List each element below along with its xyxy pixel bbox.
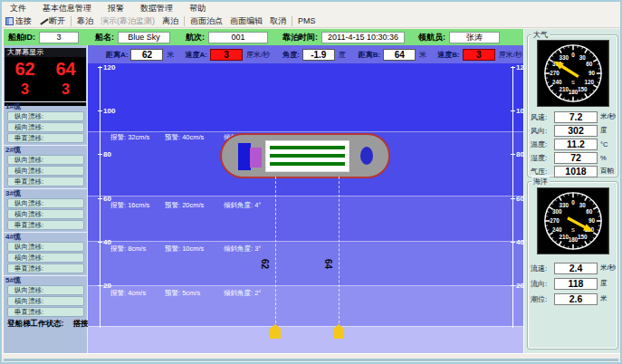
disconnect-icon — [39, 17, 47, 25]
cable-section-2: 2#缆 纵向漂移: 横向漂移: 垂直漂移: — [4, 145, 88, 188]
menu-item-help[interactable]: 帮助 — [181, 3, 214, 14]
humidity-value: 72 — [554, 152, 598, 164]
cable-section-title: 1#缆 — [4, 101, 88, 110]
wind-direction-row: 风向: 302 度 — [531, 124, 617, 137]
y-tick-right: 40 — [512, 238, 523, 246]
y-tick-left: 60 — [100, 195, 111, 203]
speed-b-field[interactable]: 3 — [463, 49, 495, 61]
y-tick-left: 40 — [100, 238, 111, 246]
berth-point-button[interactable]: 画面泊点 — [187, 15, 226, 27]
speed-a-field[interactable]: 3 — [210, 49, 243, 61]
svg-text:30: 30 — [579, 54, 587, 61]
alarm-threshold: 报警: 8cm/s — [110, 244, 146, 254]
distance-b-field[interactable]: 64 — [383, 49, 416, 61]
svg-text:180: 180 — [569, 89, 579, 95]
wind-speed-unit: 米/秒 — [600, 112, 616, 121]
y-tick-left: 120 — [100, 63, 115, 72]
pilot-field[interactable]: 张涛 — [449, 32, 500, 43]
pms-button[interactable]: PMS — [294, 15, 320, 27]
speed-b-unit: 厘米/秒 — [499, 50, 522, 60]
angle-label: 角度: — [282, 50, 300, 60]
svg-text:90: 90 — [589, 217, 596, 224]
current-direction-value: 118 — [554, 278, 598, 290]
current-direction-gauge: 0306090120150180210240270300330S — [537, 187, 609, 254]
berth-time-field[interactable]: 2011-4-15 10:30:36 — [321, 32, 405, 43]
vertical-drift-row: 垂直漂移: — [7, 177, 84, 187]
chart-band — [88, 285, 523, 326]
wind-direction-unit: 度 — [600, 126, 608, 135]
menu-item-basic-info[interactable]: 基本信息管理 — [34, 3, 100, 14]
voyage-field[interactable]: 001 — [208, 32, 268, 43]
toolbar: 连接 断开 靠泊 演示(靠泊监测) 离泊 画面泊点 画面编辑 取消 PMS — [2, 14, 620, 28]
svg-text:60: 60 — [586, 208, 593, 215]
cable-section-title: 2#缆 — [4, 145, 88, 154]
screen-edit-button[interactable]: 画面编辑 — [226, 15, 266, 27]
speed-a-unit: 厘米/秒 — [246, 50, 270, 60]
svg-text:30: 30 — [579, 202, 587, 208]
svg-text:90: 90 — [589, 70, 596, 76]
ship-deck — [265, 140, 349, 172]
cancel-button[interactable]: 取消 — [266, 15, 290, 27]
distance-line-b — [339, 177, 340, 328]
distance-a-field[interactable]: 62 — [130, 49, 163, 61]
deck-stripe — [270, 146, 345, 149]
measurement-strip: 距离A: 62 米 速度A: 3 厘米/秒 角度: -1.9 度 距离B: 64… — [88, 45, 523, 63]
svg-text:S: S — [571, 80, 575, 85]
alarm-threshold: 报警: 4cm/s — [110, 289, 146, 298]
current-speed-value: 2.4 — [554, 263, 598, 274]
angle-field[interactable]: -1.9 — [302, 49, 335, 61]
humidity-unit: % — [600, 154, 607, 162]
svg-text:330: 330 — [560, 202, 569, 208]
humidity-row: 湿度: 72 % — [531, 151, 617, 164]
demo-monitor-button[interactable]: 演示(靠泊监测) — [97, 15, 158, 27]
svg-text:0: 0 — [571, 199, 575, 206]
alarm-threshold: 报警: 16cm/s — [110, 201, 149, 210]
chart-band — [88, 196, 523, 241]
cable-section-1: 1#缆 纵向漂移: 横向漂移: 垂直漂移: — [4, 101, 88, 145]
svg-text:120: 120 — [584, 79, 594, 85]
ladder-status-value: 搭接 — [73, 319, 89, 328]
lateral-drift-row: 横向漂移: — [7, 209, 84, 219]
menu-item-file[interactable]: 文件 — [2, 3, 34, 14]
menu-item-alarm[interactable]: 报警 — [100, 3, 132, 14]
toolbar-separator — [292, 16, 292, 26]
cable-section-title: 3#缆 — [4, 188, 88, 197]
current-direction-unit: 度 — [600, 279, 608, 288]
disconnect-button[interactable]: 断开 — [35, 15, 69, 27]
unberth-button[interactable]: 离泊 — [158, 15, 182, 27]
ship-bow-ellipse — [360, 147, 373, 165]
wind-speed-label: 风速: — [531, 112, 554, 122]
warning-threshold: 预警: 20cm/s — [165, 201, 204, 210]
cable-section-5: 5#缆 纵向漂移: 横向漂移: 垂直漂移: — [4, 275, 88, 319]
tilt-threshold: 倾斜角度: 2° — [224, 289, 261, 298]
cable-section-title: 5#缆 — [4, 275, 88, 284]
ship-name-field[interactable]: Blue Sky — [118, 32, 170, 43]
svg-text:210: 210 — [560, 234, 569, 240]
longitudinal-drift-row: 纵向漂移: — [7, 285, 84, 295]
toolbar-separator — [71, 16, 72, 26]
ship-id-field[interactable]: 3 — [39, 32, 79, 43]
ladder-status-label: 登船梯工作状态: — [7, 319, 63, 328]
menu-item-data[interactable]: 数据管理 — [132, 3, 181, 14]
tide-level-row: 潮位: 2.6 米 — [531, 292, 617, 305]
pressure-row: 气压: 1018 百帕 — [531, 165, 617, 177]
wind-speed-value: 7.2 — [554, 111, 598, 123]
big-display-title: 大屏幕显示 — [5, 48, 86, 57]
svg-text:S: S — [571, 227, 575, 233]
warning-threshold: 预警: 5cm/s — [165, 289, 200, 298]
ship-stern-block — [238, 143, 251, 170]
y-tick-right: 100 — [512, 107, 523, 115]
lateral-drift-row: 横向漂移: — [7, 166, 84, 176]
berth-button[interactable]: 靠泊 — [73, 15, 97, 27]
chart-band — [88, 63, 523, 131]
connect-button[interactable]: 连接 — [2, 15, 35, 27]
y-tick-right: 120 — [512, 63, 523, 72]
tide-level-label: 潮位: — [531, 294, 554, 304]
temperature-value: 11.2 — [554, 139, 598, 150]
svg-text:180: 180 — [569, 236, 579, 243]
deck-stripe — [270, 162, 345, 166]
ship-superstructure — [250, 148, 262, 168]
alarm-threshold: 报警: 32cm/s — [110, 133, 149, 142]
wind-direction-label: 风向: — [531, 126, 554, 136]
svg-text:330: 330 — [560, 54, 569, 61]
